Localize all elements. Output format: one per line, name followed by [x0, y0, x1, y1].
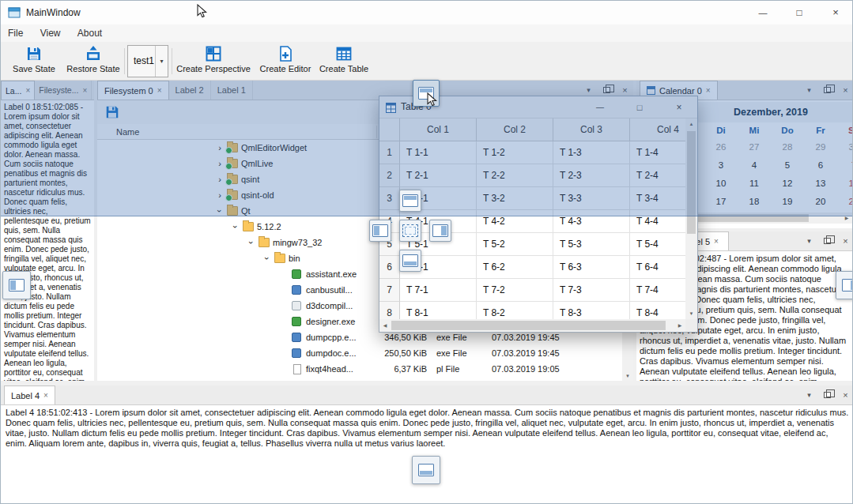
scroll-left-icon[interactable]: ◀ [379, 319, 391, 332]
scroll-right-icon[interactable]: ▶ [674, 319, 685, 332]
file-size: 250,50 KiB [376, 345, 427, 361]
create-table-icon [335, 45, 353, 62]
dll-icon [292, 301, 301, 310]
tab-close-icon[interactable]: × [714, 237, 719, 246]
dock-center-glyph [402, 224, 418, 237]
label5-dock-buttons: ▾ × [802, 234, 852, 247]
expander-icon[interactable]: › [228, 223, 243, 231]
restore-state-label: Restore State [64, 64, 123, 73]
table-cell[interactable]: T 7-3 [553, 279, 630, 302]
tree-item-name: bin [289, 250, 300, 266]
perspective-combo[interactable]: test1 ▾ [127, 45, 168, 77]
drop-indicator-edge-bottom[interactable] [412, 456, 440, 484]
exe-icon [292, 348, 301, 358]
tree-row[interactable]: fixqt4head...6,37 KiBpl File07.03.2019 1… [97, 361, 622, 377]
table-cell[interactable]: T 7-1 [400, 279, 477, 302]
tree-item-name: assistant.exe [306, 266, 357, 282]
exe-icon [292, 333, 301, 342]
file-date: 07.03.2019 19:05 [492, 361, 560, 377]
file-icon [293, 364, 301, 374]
dock-left-glyph [9, 279, 25, 291]
dock-left-glyph [372, 224, 388, 237]
label4-dock-buttons: ▾ × [802, 388, 852, 401]
expander-icon[interactable]: › [243, 239, 259, 246]
toolbar-separator [124, 48, 125, 74]
scroll-down-icon[interactable]: ▼ [622, 370, 633, 381]
tabs-menu-icon[interactable]: ▾ [802, 388, 816, 401]
drop-indicator-top[interactable] [399, 190, 421, 212]
menu-about[interactable]: About [70, 24, 109, 42]
create-editor-button[interactable]: Create Editor [255, 44, 315, 73]
tab-label4[interactable]: Label 4× [4, 386, 55, 404]
dock-right-glyph [842, 279, 853, 291]
create-editor-icon [277, 45, 294, 62]
tree-item-name: d3dcompil... [306, 298, 353, 314]
exe-icon [292, 285, 301, 295]
create-table-button[interactable]: Create Table [319, 44, 369, 73]
table-cell[interactable]: T 5-2 [477, 233, 553, 256]
table-cell[interactable]: T 8-3 [553, 302, 630, 319]
tree-item-name: designer.exe [306, 314, 355, 329]
combo-dropdown-icon: ▾ [155, 46, 168, 77]
detach-icon[interactable] [821, 388, 834, 401]
table-row-header[interactable]: 8 [379, 302, 400, 319]
scrollbar-corner [685, 319, 697, 332]
tree-item-name: fixqt4head... [306, 361, 353, 377]
perspective-combo-value: test1 [134, 46, 154, 77]
scrollbar-thumb[interactable] [391, 321, 666, 330]
minimize-button[interactable]: — [745, 1, 781, 24]
table-cell[interactable]: T 6-2 [477, 256, 553, 279]
tabs-menu-icon[interactable]: ▾ [802, 234, 816, 247]
drop-indicator-center[interactable] [399, 220, 421, 242]
table-horizontal-scrollbar[interactable]: ◀ ▶ [379, 319, 685, 332]
create-perspective-label: Create Perspective [175, 64, 252, 73]
table-cell[interactable]: T 6-4 [630, 256, 685, 279]
main-toolbar: Save State Restore State test1 ▾ Create … [1, 42, 852, 81]
tree-row[interactable]: dumpdoc.e...250,50 KiBexe File07.03.2019… [97, 345, 622, 361]
table-cell[interactable]: T 7-2 [477, 279, 553, 302]
file-type: pl File [436, 361, 459, 377]
drop-indicator-bottom[interactable] [399, 250, 421, 272]
scroll-down-icon[interactable]: ▼ [685, 308, 697, 319]
menu-bar: File View About [1, 24, 852, 42]
toolbar-separator [172, 48, 172, 74]
table-cell[interactable]: T 7-4 [630, 279, 685, 302]
label4-text: Label 4 18:51:02:413 - Lorem ipsum dolor… [1, 405, 853, 451]
table-row-header[interactable]: 7 [379, 279, 400, 302]
create-editor-label: Create Editor [255, 64, 315, 73]
drop-indicator-left[interactable] [369, 220, 391, 242]
tree-item-name: dumpdoc.e... [306, 345, 357, 361]
menu-file[interactable]: File [1, 24, 30, 42]
expander-icon[interactable]: › [259, 254, 275, 262]
maximize-button[interactable]: □ [781, 1, 817, 24]
create-perspective-button[interactable]: Create Perspective [175, 44, 252, 73]
table-cell[interactable]: T 8-4 [630, 302, 685, 319]
folder-icon [259, 238, 270, 247]
window-title: MainWindow [26, 1, 81, 24]
table-cell[interactable]: T 6-3 [553, 256, 630, 279]
table-cell[interactable]: T 8-1 [400, 302, 477, 319]
close-button[interactable]: × [817, 1, 853, 24]
menu-view[interactable]: View [33, 24, 68, 42]
tree-item-name: mingw73_32 [273, 235, 322, 250]
table-row-header[interactable]: 6 [379, 256, 400, 279]
table-cell[interactable]: T 5-3 [553, 233, 630, 256]
drop-indicator-edge-right[interactable] [836, 271, 853, 299]
close-dock-icon[interactable]: × [839, 388, 852, 401]
drop-indicator-right[interactable] [429, 220, 451, 242]
tab-label: Label 4 [11, 391, 40, 401]
table-cell[interactable]: T 8-2 [477, 302, 553, 319]
restore-state-button[interactable]: Restore State [64, 44, 123, 73]
file-size: 6,37 KiB [376, 361, 427, 377]
dock-right-glyph [432, 224, 448, 237]
drop-indicator-edge-left[interactable] [2, 271, 31, 299]
table-cell[interactable]: T 5-4 [630, 233, 685, 256]
drag-cursor [425, 92, 440, 107]
exe-icon [292, 269, 301, 279]
close-dock-icon[interactable]: × [839, 234, 852, 247]
tree-item-name: dumpcpp.e... [306, 329, 357, 345]
save-state-button[interactable]: Save State [7, 44, 61, 73]
detach-icon[interactable] [821, 234, 834, 247]
tab-close-icon[interactable]: × [43, 391, 48, 400]
title-bar[interactable]: MainWindow — □ × [1, 1, 852, 24]
